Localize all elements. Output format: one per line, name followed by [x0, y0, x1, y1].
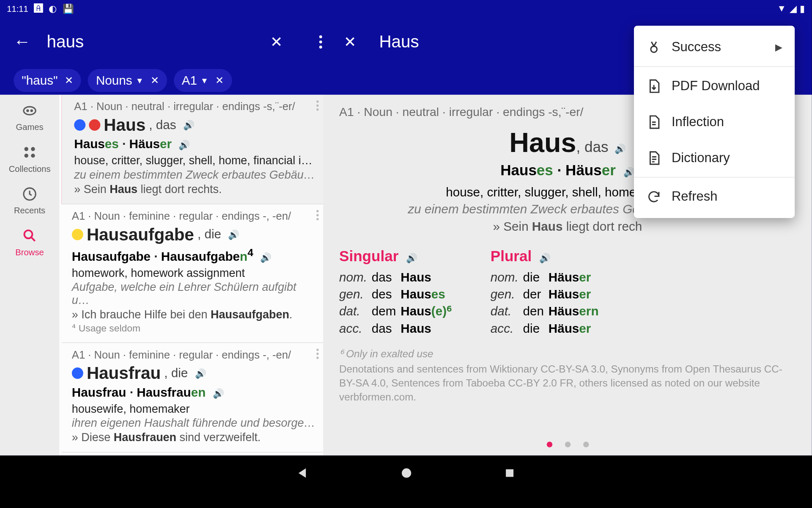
result-definition: zu einem bestimmten Zweck erbautes Gebäu…	[74, 168, 316, 182]
results-list: A1 · Noun · neutral · irregular · ending…	[59, 95, 323, 456]
svg-point-1	[27, 110, 28, 111]
svg-point-6	[31, 154, 35, 157]
table-title-singular: Singular 🔊	[339, 248, 456, 265]
menu-label: Refresh	[672, 189, 718, 204]
menu-inflection[interactable]: Inflection	[634, 104, 795, 140]
nav-label: Collections	[9, 164, 51, 174]
result-card[interactable]: A1 · Noun · feminine · regular · endings…	[62, 343, 324, 453]
detail-title: Haus	[379, 32, 419, 51]
signal-icon: ◢	[790, 3, 796, 14]
result-definition: Aufgabe, welche ein Lehrer Schülern aufg…	[72, 281, 316, 307]
menu-pdf[interactable]: PDF Download	[634, 68, 795, 104]
audio-icon[interactable]: 🔊	[260, 253, 272, 263]
page-indicator	[323, 442, 812, 447]
close-detail-button[interactable]: ✕	[337, 33, 363, 51]
nav-label: Browse	[15, 247, 44, 257]
audio-icon[interactable]: 🔊	[539, 254, 551, 263]
menu-refresh[interactable]: Refresh	[634, 179, 795, 215]
menu-label: Dictionary	[672, 150, 730, 166]
audio-icon[interactable]: 🔊	[623, 167, 635, 177]
result-word: Hausaufgabe	[87, 225, 194, 244]
card-overflow-button[interactable]	[316, 210, 318, 220]
result-gloss: homework, homework assignment	[72, 267, 316, 280]
svg-point-2	[31, 110, 32, 111]
chip-remove-icon[interactable]: ✕	[151, 74, 159, 87]
result-card[interactable]: A1 · Noun · neutral · irregular · ending…	[59, 95, 323, 204]
search-icon	[22, 228, 38, 244]
filter-chip-term[interactable]: "haus" ✕	[14, 69, 81, 92]
color-dot	[89, 119, 100, 131]
credits: Denotations and sentences from Wiktionar…	[339, 362, 796, 404]
audio-icon[interactable]: 🔊	[228, 229, 239, 240]
page-dot[interactable]	[565, 442, 570, 447]
filter-chip-level[interactable]: A1 ▼ ✕	[174, 69, 232, 92]
audio-icon[interactable]: 🔊	[213, 389, 224, 398]
chevron-down-icon: ▼	[136, 76, 144, 85]
card-overflow-button[interactable]	[316, 349, 318, 359]
status-bar: 11:11 🅰 ◐ 💾 ▼ ◢ ▮	[0, 0, 812, 17]
result-meta: A1 · Noun · neutral · irregular · ending…	[74, 100, 316, 113]
nav-browse[interactable]: Browse	[15, 228, 44, 257]
nav-games[interactable]: Games	[16, 103, 43, 132]
menu-label: Success	[672, 39, 721, 55]
svg-point-8	[25, 230, 33, 238]
inflection-tables: Singular 🔊 nom.dasHausgen.desHausesdat.d…	[339, 248, 796, 337]
nav-back-button[interactable]	[296, 467, 309, 480]
nav-recent-button[interactable]	[504, 467, 516, 479]
page-dot[interactable]	[583, 442, 588, 447]
refresh-icon	[647, 189, 661, 204]
filter-chip-pos[interactable]: Nouns ▼ ✕	[88, 69, 167, 92]
audio-icon[interactable]: 🔊	[195, 368, 206, 379]
chip-remove-icon[interactable]: ✕	[215, 74, 224, 87]
result-note: ⁴ Usage seldom	[72, 323, 316, 334]
chip-label: Nouns	[96, 73, 132, 88]
battery-icon: ▮	[800, 3, 805, 14]
color-dot	[72, 229, 83, 240]
nav-home-button[interactable]	[400, 467, 413, 480]
gamepad-icon	[22, 103, 38, 119]
article: , das	[576, 138, 609, 155]
audio-icon[interactable]: 🔊	[183, 119, 195, 130]
nav-label: Games	[16, 122, 43, 132]
sd-icon: 💾	[63, 3, 74, 14]
result-article: , die	[164, 366, 188, 381]
svg-point-4	[31, 147, 35, 151]
page-dot[interactable]	[546, 442, 552, 447]
svg-point-0	[24, 107, 36, 115]
color-dot	[72, 368, 83, 379]
menu-dictionary[interactable]: Dictionary	[634, 140, 795, 176]
result-example: » Diese Hausfrauen sind verzweifelt.	[72, 431, 316, 444]
result-word-line: Hausfrau, die 🔊	[72, 364, 316, 383]
result-word-line: Hausaufgabe, die 🔊	[72, 225, 316, 244]
grid-icon	[22, 144, 38, 160]
audio-icon[interactable]: 🔊	[406, 254, 417, 263]
chevron-down-icon: ▼	[200, 76, 208, 85]
result-article: , die	[198, 227, 221, 242]
menu-label: PDF Download	[672, 78, 760, 94]
plural-table: nom.dieHäusergen.derHäuserdat.denHäusern…	[491, 269, 603, 337]
overflow-menu: Success ▶ PDF Download Inflection Dictio…	[634, 26, 795, 218]
menu-success[interactable]: Success ▶	[634, 29, 795, 65]
nav-recents[interactable]: Recents	[14, 186, 45, 215]
chevron-right-icon: ▶	[775, 41, 782, 52]
result-definition: ihren eigenen Haushalt führende und beso…	[72, 417, 316, 430]
card-overflow-button[interactable]	[316, 100, 318, 110]
audio-icon[interactable]: 🔊	[178, 141, 190, 150]
notif-icon: 🅰	[34, 3, 43, 14]
android-nav-bar	[0, 456, 812, 491]
back-button[interactable]: ←	[14, 32, 30, 51]
clear-search-button[interactable]: ✕	[263, 33, 290, 51]
nav-collections[interactable]: Collections	[9, 144, 51, 174]
chip-remove-icon[interactable]: ✕	[65, 74, 73, 87]
svg-point-3	[25, 147, 28, 151]
result-card[interactable]: A1 · Noun · feminine · regular · endings…	[62, 204, 324, 343]
document-text-icon	[647, 150, 661, 165]
document-icon	[647, 114, 661, 129]
result-example: » Ich brauche Hilfe bei den Hausaufgaben…	[72, 308, 316, 321]
audio-icon[interactable]: 🔊	[614, 144, 626, 154]
result-word: Hausfrau	[87, 364, 161, 383]
search-input[interactable]	[47, 32, 263, 51]
menu-separator	[634, 177, 795, 177]
menu-label: Inflection	[672, 114, 724, 130]
result-meta: A1 · Noun · feminine · regular · endings…	[72, 210, 316, 223]
